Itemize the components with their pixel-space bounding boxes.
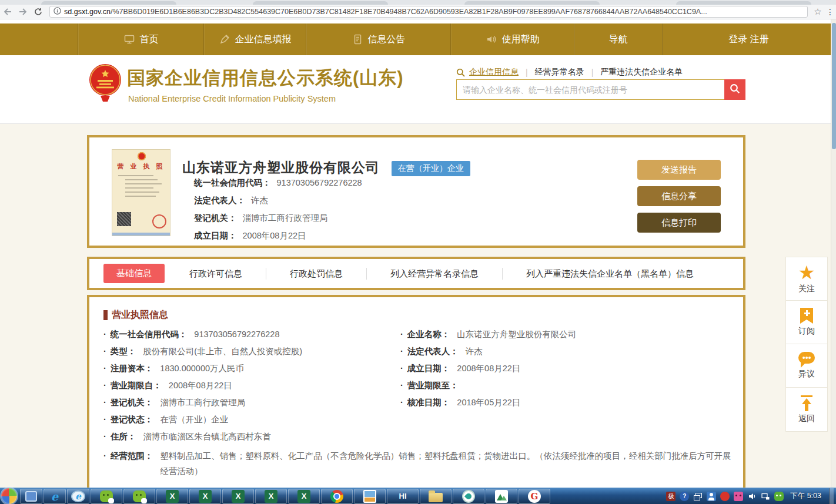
sidebar-item-back-to-top[interactable]: 返回 xyxy=(786,388,827,431)
back-button[interactable] xyxy=(0,6,15,18)
scrollbar-thumb[interactable] xyxy=(832,23,836,149)
site-title: 国家企业信用信息公示系统(山东) xyxy=(127,66,404,90)
pink-app-tray-icon[interactable] xyxy=(734,492,743,501)
red-g-icon: G xyxy=(528,490,541,503)
taskbar-app-baidu-hi[interactable]: HI xyxy=(387,489,419,504)
tab-administrative-penalty[interactable]: 行政处罚信息 xyxy=(266,268,366,280)
url-text: sd.gsxt.gov.cn/%7BB6D019E6D1B6E86B3DC2B3… xyxy=(64,8,707,16)
field-row: 营业期限自：2008年08月22日 营业期限至： xyxy=(103,380,734,397)
share-info-button[interactable]: 信息分享 xyxy=(637,186,721,206)
field-value: 913703056792276228 xyxy=(194,330,279,339)
internet-explorer-icon: e xyxy=(51,490,58,502)
field-label: 住所： xyxy=(111,431,136,442)
forward-button[interactable] xyxy=(15,6,31,18)
site-header: 国家企业信用信息公示系统(山东) National Enterprise Cre… xyxy=(0,55,836,124)
help-tray-icon[interactable]: ? xyxy=(680,492,689,501)
taskbar-app-excel-1[interactable]: X xyxy=(156,489,188,504)
search-tab-enterprise-credit[interactable]: 企业信用信息 xyxy=(469,67,526,78)
license-fields-grid: 统一社会信用代码：913703056792276228 企业名称：山东诺亚方舟塑… xyxy=(103,329,734,479)
search-tab-abnormal-directory[interactable]: 经营异常名录 xyxy=(528,67,591,78)
field-value: 淄博市工商行政管理局 xyxy=(243,213,328,223)
chinese-app-tray-icon[interactable]: 极 xyxy=(666,492,676,501)
taskbar-app-wechat-1[interactable] xyxy=(91,489,122,504)
taskbar-clock[interactable]: 下午 5:03 xyxy=(790,491,821,501)
taskbar-app-360-safety[interactable] xyxy=(453,489,484,504)
sidebar-item-dispute[interactable]: 异议 xyxy=(786,344,827,388)
nav-item-navigation[interactable]: 导航 xyxy=(574,23,663,55)
field-value: 2018年05月22日 xyxy=(457,397,520,408)
taskbar-app-excel-2[interactable]: X xyxy=(189,489,221,504)
chat-icon xyxy=(798,352,815,364)
search-button[interactable] xyxy=(724,79,745,100)
sidebar-item-follow[interactable]: ★ 关注 xyxy=(786,257,827,301)
taskbar-app-folder[interactable] xyxy=(420,489,452,504)
site-navbar: 首页 企业信息填报 信息公告 使用帮助 导航 登录 注册 xyxy=(0,23,836,55)
tab-basic-info[interactable]: 基础信息 xyxy=(103,264,165,283)
taskbar-app-excel-3[interactable]: X xyxy=(222,489,254,504)
nav-item-login-register[interactable]: 登录 注册 xyxy=(663,23,835,55)
user-tray-icon[interactable] xyxy=(707,492,716,501)
status-badge: 在营（开业）企业 xyxy=(392,161,470,176)
field-row: 统一社会信用代码：913703056792276228 企业名称：山东诺亚方舟塑… xyxy=(103,329,734,346)
send-report-button[interactable]: 发送报告 xyxy=(637,160,721,180)
volume-icon[interactable] xyxy=(747,492,757,501)
taskbar-app-internet-explorer[interactable]: e xyxy=(44,489,66,504)
tab-serious-violations-blacklist[interactable]: 列入严重违法失信企业名单（黑名单）信息 xyxy=(502,268,717,280)
field-row: 登记状态：在营（开业）企业 xyxy=(103,414,734,431)
taskbar-app-excel-4[interactable]: X xyxy=(255,489,287,504)
pen-icon xyxy=(219,33,230,45)
refresh-button[interactable] xyxy=(31,6,46,18)
network-icon[interactable] xyxy=(761,492,770,501)
baidu-hi-icon: HI xyxy=(399,492,407,500)
page-info-icon[interactable] xyxy=(53,6,61,17)
sidebar-item-subscribe[interactable]: 订阅 xyxy=(786,301,827,344)
field-label: 成立日期： xyxy=(407,363,450,374)
field-label: 登记状态： xyxy=(111,414,153,425)
nav-item-label: 登录 注册 xyxy=(728,33,768,46)
taskbar-app-excel-5[interactable]: X xyxy=(288,489,320,504)
taskbar-app-chrome[interactable] xyxy=(321,489,353,504)
field-label: 成立日期： xyxy=(194,231,237,240)
print-info-button[interactable]: 信息打印 xyxy=(637,213,721,233)
droplet-shield-icon xyxy=(462,490,475,503)
nav-item-announcements[interactable]: 信息公告 xyxy=(306,23,451,55)
window-icon xyxy=(25,491,37,502)
field-label: 注册资本： xyxy=(111,363,153,374)
excel-icon: X xyxy=(199,490,212,503)
field-row: 成立日期：2008年08月22日 xyxy=(194,230,362,241)
search-tab-blacklist[interactable]: 严重违法失信企业名单 xyxy=(593,67,690,78)
tab-administrative-license[interactable]: 行政许可信息 xyxy=(189,268,266,280)
field-row: 类型：股份有限公司(非上市、自然人投资或控股) 法定代表人：许杰 xyxy=(103,346,734,363)
excel-icon: X xyxy=(297,490,310,503)
address-bar[interactable]: sd.gsxt.gov.cn/%7BB6D019E6D1B6E86B3DC2B3… xyxy=(49,6,808,18)
field-value: 许杰 xyxy=(466,346,483,357)
wechat-tray-icon[interactable] xyxy=(774,492,784,501)
red-app-tray-icon[interactable] xyxy=(720,492,730,501)
excel-icon: X xyxy=(166,490,179,503)
nav-item-help[interactable]: 使用帮助 xyxy=(451,23,574,55)
page-scrollbar[interactable] xyxy=(831,19,836,488)
field-value: 在营（开业）企业 xyxy=(160,414,228,425)
field-row: 登记机关：淄博市工商行政管理局 xyxy=(194,213,362,224)
browser-menu-icon[interactable]: ⋮ xyxy=(824,7,836,16)
nav-item-enterprise-reporting[interactable]: 企业信息填报 xyxy=(204,23,306,55)
taskbar-app-desktop-window[interactable] xyxy=(20,489,42,504)
taskbar-app-photo-viewer[interactable] xyxy=(354,489,386,504)
tab-abnormal-operations-list[interactable]: 列入经营异常名录信息 xyxy=(366,268,502,280)
show-desktop-button[interactable] xyxy=(829,488,834,504)
bulletin-icon xyxy=(352,33,363,45)
windows-tray-icon[interactable] xyxy=(693,492,703,501)
start-button[interactable] xyxy=(1,488,17,504)
taskbar-app-downloader[interactable]: G xyxy=(519,489,550,504)
bookmark-star-icon[interactable]: ☆ xyxy=(811,6,824,17)
navbar-lead-space xyxy=(0,23,78,55)
taskbar-app-browser-360[interactable]: e xyxy=(67,489,89,504)
speaker-icon xyxy=(486,33,497,45)
taskbar-app-wechat-2[interactable] xyxy=(123,489,155,504)
sidebar-item-label: 异议 xyxy=(798,369,815,379)
search-input[interactable] xyxy=(456,79,724,100)
nav-item-home[interactable]: 首页 xyxy=(78,23,204,55)
taskbar-app-securities[interactable] xyxy=(486,489,517,504)
nav-item-label: 企业信息填报 xyxy=(235,33,292,46)
chrome-icon xyxy=(330,490,343,503)
